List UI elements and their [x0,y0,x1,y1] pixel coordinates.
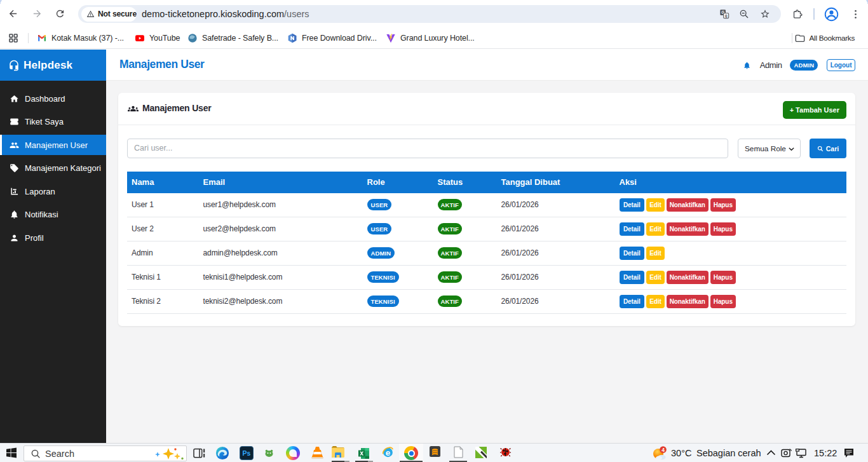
svg-text:4: 4 [661,447,665,453]
svg-text:g: g [725,13,728,18]
svg-text:e: e [386,448,391,458]
